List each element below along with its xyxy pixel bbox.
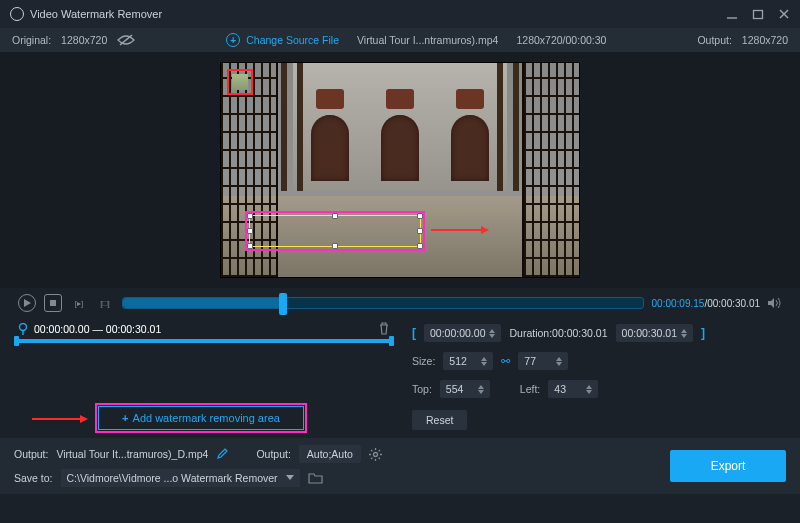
output-filename: Virtual Tour It...tramuros)_D.mp4 bbox=[56, 448, 208, 460]
segment-range: 00:00:00.00 — 00:00:30.01 bbox=[34, 323, 161, 335]
output-bar: Output: Virtual Tour It...tramuros)_D.mp… bbox=[0, 438, 800, 494]
segment-range-bar[interactable] bbox=[14, 339, 394, 343]
spinner[interactable] bbox=[481, 357, 487, 366]
rename-output-button[interactable] bbox=[216, 448, 228, 460]
save-to-label: Save to: bbox=[14, 472, 53, 484]
seek-bar[interactable] bbox=[122, 297, 644, 309]
output-settings-button[interactable] bbox=[369, 448, 382, 461]
trim-end-input[interactable]: 00:00:30.01 bbox=[616, 324, 693, 342]
next-frame-button[interactable]: [□] bbox=[96, 294, 114, 312]
playback-time: 00:00:09.15/00:00:30.01 bbox=[652, 298, 760, 309]
output-resolution: 1280x720 bbox=[742, 34, 788, 46]
top-label: Top: bbox=[412, 383, 432, 395]
volume-icon[interactable] bbox=[768, 297, 782, 309]
save-path-value: C:\Vidmore\Vidmore ...o Watermark Remove… bbox=[67, 472, 278, 484]
change-source-label: Change Source File bbox=[246, 34, 339, 46]
removal-area-selection[interactable] bbox=[249, 215, 421, 247]
annotation-arrow bbox=[431, 229, 487, 231]
add-removal-area-button[interactable]: + Add watermark removing area bbox=[98, 406, 304, 430]
maximize-button[interactable] bbox=[752, 8, 764, 20]
seek-thumb[interactable] bbox=[279, 293, 287, 315]
resize-handle[interactable] bbox=[417, 243, 423, 249]
close-button[interactable] bbox=[778, 8, 790, 20]
annotation-arrow bbox=[32, 418, 86, 420]
left-label: Left: bbox=[520, 383, 540, 395]
original-label: Original: bbox=[12, 34, 51, 46]
aspect-lock-icon[interactable]: ⚯ bbox=[501, 355, 510, 367]
plus-icon: + bbox=[226, 33, 240, 47]
stop-button[interactable] bbox=[44, 294, 62, 312]
source-filename: Virtual Tour I...ntramuros).mp4 bbox=[357, 34, 498, 46]
save-path-dropdown[interactable]: C:\Vidmore\Vidmore ...o Watermark Remove… bbox=[61, 469, 300, 487]
width-input[interactable]: 512 bbox=[443, 352, 493, 370]
svg-marker-11 bbox=[286, 475, 294, 480]
output-label: Output: bbox=[697, 34, 731, 46]
resize-handle[interactable] bbox=[332, 243, 338, 249]
svg-rect-1 bbox=[754, 11, 763, 19]
resize-handle[interactable] bbox=[417, 228, 423, 234]
detected-watermark-region[interactable] bbox=[227, 69, 253, 95]
trim-start-input[interactable]: 00:00:00.00 bbox=[424, 324, 501, 342]
video-preview[interactable] bbox=[220, 62, 580, 278]
height-input[interactable]: 77 bbox=[518, 352, 568, 370]
output-file-label: Output: bbox=[14, 448, 48, 460]
app-logo-icon bbox=[10, 7, 24, 21]
original-resolution: 1280x720 bbox=[61, 34, 107, 46]
plus-icon: + bbox=[122, 412, 128, 424]
size-label: Size: bbox=[412, 355, 435, 367]
duration-label: Duration:00:00:30.01 bbox=[509, 327, 607, 339]
spinner[interactable] bbox=[478, 385, 484, 394]
info-bar: Original: 1280x720 + Change Source File … bbox=[0, 28, 800, 52]
preview-toggle-icon[interactable] bbox=[117, 34, 135, 46]
trim-end-bracket[interactable]: ] bbox=[701, 326, 705, 340]
spinner[interactable] bbox=[489, 329, 495, 338]
trim-start-bracket[interactable]: [ bbox=[412, 326, 416, 340]
minimize-button[interactable] bbox=[726, 8, 738, 20]
play-button[interactable] bbox=[18, 294, 36, 312]
delete-segment-button[interactable] bbox=[378, 322, 390, 335]
resize-handle[interactable] bbox=[247, 243, 253, 249]
svg-marker-5 bbox=[24, 299, 31, 307]
spinner[interactable] bbox=[586, 385, 592, 394]
svg-point-8 bbox=[20, 323, 27, 330]
change-source-button[interactable]: + Change Source File bbox=[226, 33, 339, 47]
open-folder-button[interactable] bbox=[308, 472, 323, 484]
output-format-value[interactable]: Auto;Auto bbox=[299, 445, 361, 463]
chevron-down-icon bbox=[286, 475, 294, 481]
player-controls: [▸] [□] 00:00:09.15/00:00:30.01 bbox=[0, 288, 800, 318]
segments-panel: 00:00:00.00 — 00:00:30.01 + Add watermar… bbox=[14, 322, 394, 438]
spinner[interactable] bbox=[681, 329, 687, 338]
segment-marker-icon bbox=[18, 323, 28, 335]
resize-handle[interactable] bbox=[247, 213, 253, 219]
add-removal-area-label: Add watermark removing area bbox=[133, 412, 280, 424]
svg-point-10 bbox=[373, 452, 377, 456]
prev-frame-button[interactable]: [▸] bbox=[70, 294, 88, 312]
svg-rect-6 bbox=[50, 300, 56, 306]
left-input[interactable]: 43 bbox=[548, 380, 598, 398]
resize-handle[interactable] bbox=[417, 213, 423, 219]
spinner[interactable] bbox=[556, 357, 562, 366]
resize-handle[interactable] bbox=[332, 213, 338, 219]
output-format-label: Output: bbox=[256, 448, 290, 460]
app-title: Video Watermark Remover bbox=[30, 8, 162, 20]
export-button[interactable]: Export bbox=[670, 450, 786, 482]
top-input[interactable]: 554 bbox=[440, 380, 490, 398]
resize-handle[interactable] bbox=[247, 228, 253, 234]
video-preview-stage bbox=[0, 52, 800, 288]
svg-marker-7 bbox=[768, 298, 774, 308]
titlebar: Video Watermark Remover bbox=[0, 0, 800, 28]
properties-panel: [ 00:00:00.00 Duration:00:00:30.01 00:00… bbox=[412, 322, 786, 438]
source-info: 1280x720/00:00:30 bbox=[516, 34, 606, 46]
reset-button[interactable]: Reset bbox=[412, 410, 467, 430]
